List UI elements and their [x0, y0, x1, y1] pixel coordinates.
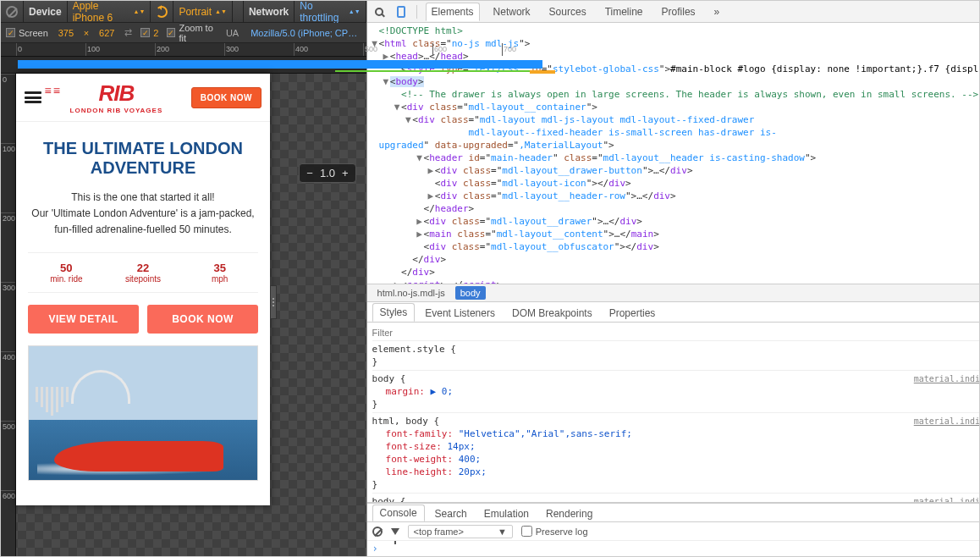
tab-timeline[interactable]: Timeline	[600, 3, 648, 20]
device-mode-pane: Device Apple iPhone 6 ▲▼ Portrait ▲▼ Net…	[1, 1, 366, 556]
inspect-icon[interactable]	[372, 5, 386, 19]
devtools-pane: Elements Network Sources Timeline Profil…	[366, 1, 980, 556]
styles-rules[interactable]: + 📌 ◆ element.style {}material.indigo-re…	[367, 323, 980, 502]
updown-icon: ▲▼	[349, 9, 361, 14]
zoom-in-icon[interactable]: +	[342, 167, 349, 179]
height-input[interactable]	[97, 28, 116, 38]
screen-label: Screen	[19, 28, 48, 38]
reload-icon[interactable]	[156, 6, 168, 18]
timeline-overview[interactable]	[1, 57, 366, 74]
site-logo[interactable]: RIB LONDON RIB VOYAGES	[70, 80, 163, 114]
updown-icon: ▲▼	[134, 9, 146, 14]
crumb-html[interactable]: html.no-js.mdl-js	[372, 286, 450, 300]
orientation-select[interactable]: Portrait ▲▼	[173, 1, 233, 22]
ua-value[interactable]: Mozilla/5.0 (iPhone; CPU iP…	[251, 28, 361, 38]
menu-icon[interactable]	[25, 91, 41, 103]
stat-item: 35mph	[181, 262, 258, 284]
tab-network[interactable]: Network	[488, 3, 536, 20]
width-input[interactable]	[57, 28, 75, 38]
tab-event-listeners[interactable]: Event Listeners	[418, 305, 502, 322]
cta-row: VIEW DETAIL BOOK NOW	[28, 305, 258, 334]
ban-icon[interactable]	[6, 6, 18, 18]
preserve-log-checkbox[interactable]: Preserve log	[521, 526, 588, 537]
tab-console[interactable]: Console	[372, 505, 425, 521]
stats-row: 50min. ride 22sitepoints 35mph	[28, 252, 258, 293]
tab-dom-breakpoints[interactable]: DOM Breakpoints	[505, 305, 599, 322]
updown-icon: ▲▼	[215, 9, 227, 14]
device-select[interactable]: Apple iPhone 6 ▲▼	[68, 1, 151, 22]
network-label: Network	[249, 6, 289, 18]
styles-filter-row: + 📌 ◆	[372, 324, 980, 341]
orientation-value: Portrait	[179, 6, 212, 18]
hero-image	[28, 345, 258, 481]
console-toolbar: <top frame>▼ Preserve log	[367, 522, 980, 541]
clear-console-icon[interactable]	[372, 527, 383, 537]
zoom-control[interactable]: − 1.0 +	[299, 163, 355, 183]
viewport-workspace: 0100200300400500600 − 1.0 + RIB LONDON R…	[1, 74, 366, 556]
view-detail-button[interactable]: VIEW DETAIL	[28, 305, 139, 334]
zoom-checkbox[interactable]: ✓Zoom to fit	[167, 23, 217, 43]
filter-icon[interactable]	[391, 528, 399, 535]
device-viewport[interactable]: RIB LONDON RIB VOYAGES BOOK NOW THE ULTI…	[16, 74, 270, 505]
tab-styles[interactable]: Styles	[372, 303, 416, 322]
tab-elements[interactable]: Elements	[426, 3, 480, 21]
styles-panel: + 📌 ◆ element.style {}material.indigo-re…	[367, 323, 980, 503]
throttle-select[interactable]: No throttling ▲▼	[295, 1, 366, 22]
lead-text: This is the one that started it all! Our…	[28, 190, 258, 239]
device-value: Apple iPhone 6	[73, 0, 130, 24]
tab-sources[interactable]: Sources	[544, 3, 592, 20]
device-toolbar: Device Apple iPhone 6 ▲▼ Portrait ▲▼ Net…	[1, 1, 366, 23]
page-title: THE ULTIMATE LONDON ADVENTURE	[28, 139, 258, 178]
dpr-checkbox[interactable]: ✓2	[140, 28, 158, 38]
context-select[interactable]: <top frame>▼	[408, 525, 513, 538]
breadcrumb: html.no-js.mdl-js body	[367, 284, 980, 302]
console-prompt[interactable]: ›	[367, 541, 980, 556]
device-label: Device	[29, 6, 62, 18]
styles-filter-input[interactable]	[372, 328, 980, 338]
tab-properties[interactable]: Properties	[603, 305, 663, 322]
tab-rendering[interactable]: Rendering	[539, 506, 599, 521]
logo-text: RIB	[70, 80, 163, 107]
zoom-value: 1.0	[320, 167, 335, 179]
styles-tabs: Styles Event Listeners DOM Breakpoints P…	[367, 302, 980, 323]
tab-search[interactable]: Search	[428, 506, 474, 521]
vertical-ruler: 0100200300400500600	[1, 74, 16, 556]
throttle-value: No throttling	[300, 0, 344, 24]
zoom-label: Zoom to fit	[179, 23, 217, 43]
book-now-button[interactable]: BOOK NOW	[147, 305, 258, 334]
horizontal-ruler: 0100200300400500600700	[1, 43, 366, 57]
zoom-out-icon[interactable]: −	[306, 167, 313, 179]
site-header: RIB LONDON RIB VOYAGES BOOK NOW	[16, 74, 270, 122]
site-body: THE ULTIMATE LONDON ADVENTURE This is th…	[16, 122, 270, 491]
resize-handle[interactable]	[270, 285, 277, 319]
logo-subtitle: LONDON RIB VOYAGES	[70, 107, 163, 114]
book-now-button[interactable]: BOOK NOW	[191, 87, 262, 108]
tab-overflow[interactable]: »	[709, 3, 725, 20]
drawer-tabs: Console Search Emulation Rendering	[367, 504, 980, 522]
screen-checkbox[interactable]: ✓Screen	[6, 28, 48, 38]
device-toggle-icon[interactable]	[394, 5, 408, 19]
times-icon: ×	[84, 28, 89, 38]
stat-item: 50min. ride	[28, 262, 105, 284]
devtools-main-toolbar: Elements Network Sources Timeline Profil…	[367, 1, 980, 23]
tab-profiles[interactable]: Profiles	[657, 3, 701, 20]
dpr-value: 2	[153, 28, 158, 38]
stat-item: 22sitepoints	[105, 262, 182, 284]
screen-toolbar: ✓Screen × ⇄ ✓2 ✓Zoom to fit UA Mozilla/5…	[1, 23, 366, 43]
crumb-body[interactable]: body	[455, 286, 486, 300]
console-drawer: Console Search Emulation Rendering <top …	[367, 503, 980, 556]
tab-emulation[interactable]: Emulation	[477, 506, 536, 521]
ua-label: UA	[226, 28, 239, 38]
swap-icon[interactable]: ⇄	[124, 27, 132, 38]
